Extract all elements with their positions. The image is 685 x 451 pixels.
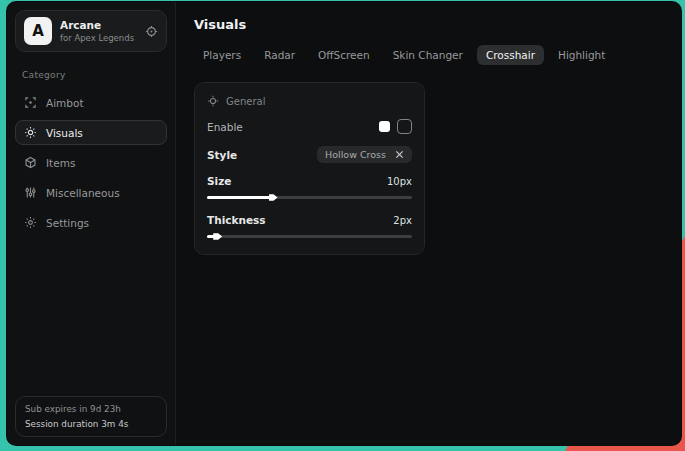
sidebar-item-label: Aimbot [46, 97, 84, 109]
tab-players[interactable]: Players [194, 45, 250, 65]
sidebar-item-label: Miscellaneous [46, 187, 120, 199]
app-logo: A [24, 17, 52, 45]
slider-track [207, 235, 412, 238]
size-slider[interactable] [207, 193, 412, 202]
style-value: Hollow Cross [325, 149, 386, 160]
tab-skin-changer[interactable]: Skin Changer [384, 45, 472, 65]
sidebar-item-settings[interactable]: Settings [15, 210, 167, 235]
thickness-slider-thumb[interactable] [213, 232, 222, 241]
profile-text: Arcane for Apex Legends [60, 19, 137, 43]
subscription-status-box: Sub expires in 9d 23h Session duration 3… [15, 396, 167, 437]
sidebar-item-items[interactable]: Items [15, 150, 167, 175]
sidebar-item-miscellaneous[interactable]: Miscellaneous [15, 180, 167, 205]
tab-bar: Players Radar OffScreen Skin Changer Cro… [194, 45, 663, 65]
tab-offscreen[interactable]: OffScreen [309, 45, 379, 65]
visuals-eye-icon [24, 126, 37, 139]
sidebar-item-label: Visuals [46, 127, 83, 139]
app-window: A Arcane for Apex Legends Category Aimbo [7, 2, 681, 445]
clear-x-icon[interactable] [395, 150, 404, 159]
general-panel: General Enable Style Hollow Cross [194, 82, 425, 255]
sidebar-item-label: Items [46, 157, 75, 169]
tab-radar[interactable]: Radar [255, 45, 304, 65]
style-select[interactable]: Hollow Cross [317, 146, 412, 163]
thickness-slider[interactable] [207, 232, 412, 241]
sidebar-item-visuals[interactable]: Visuals [15, 120, 167, 145]
panel-title: General [226, 96, 265, 107]
category-label: Category [22, 70, 167, 80]
enable-checkbox[interactable] [397, 119, 412, 134]
thickness-label: Thickness [207, 214, 266, 226]
settings-gear-icon [24, 216, 37, 229]
sidebar-item-aimbot[interactable]: Aimbot [15, 90, 167, 115]
size-slider-thumb[interactable] [269, 193, 278, 202]
size-value: 10px [387, 176, 412, 187]
session-duration-text: Session duration 3m 4s [25, 419, 157, 429]
tab-highlight[interactable]: Highlight [549, 45, 614, 65]
target-icon[interactable] [145, 25, 158, 38]
size-label: Size [207, 175, 231, 187]
sub-expires-text: Sub expires in 9d 23h [25, 404, 157, 414]
thickness-value: 2px [393, 215, 412, 226]
style-label: Style [207, 149, 237, 161]
general-crosshair-icon [207, 95, 219, 107]
panel-header: General [207, 95, 412, 107]
main-content: Visuals Players Radar OffScreen Skin Cha… [176, 2, 681, 445]
items-cube-icon [24, 156, 37, 169]
sidebar-item-label: Settings [46, 217, 89, 229]
style-row: Style Hollow Cross [207, 146, 412, 163]
app-name: Arcane [60, 19, 137, 31]
thickness-row: Thickness 2px [207, 214, 412, 226]
sidebar: A Arcane for Apex Legends Category Aimbo [7, 2, 176, 445]
app-subtitle: for Apex Legends [60, 33, 137, 43]
page-title: Visuals [194, 17, 663, 32]
enable-label: Enable [207, 121, 243, 133]
aimbot-crosshair-icon [24, 96, 37, 109]
slider-fill [207, 196, 271, 199]
enable-row: Enable [207, 119, 412, 134]
size-row: Size 10px [207, 175, 412, 187]
color-swatch[interactable] [379, 121, 390, 132]
misc-sliders-icon [24, 186, 37, 199]
profile-card: A Arcane for Apex Legends [15, 10, 167, 52]
tab-crosshair[interactable]: Crosshair [477, 45, 544, 65]
